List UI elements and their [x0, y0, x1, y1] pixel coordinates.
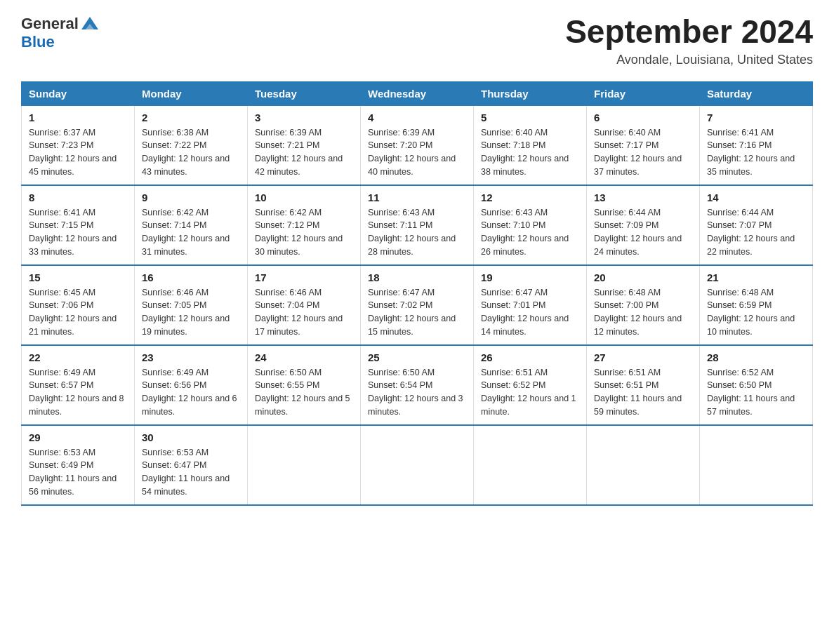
calendar-cell	[700, 425, 813, 505]
day-info: Sunrise: 6:37 AMSunset: 7:23 PMDaylight:…	[29, 126, 127, 179]
day-info: Sunrise: 6:43 AMSunset: 7:10 PMDaylight:…	[481, 206, 579, 259]
weekday-header-saturday: Saturday	[700, 81, 813, 105]
day-info: Sunrise: 6:47 AMSunset: 7:02 PMDaylight:…	[368, 286, 466, 339]
day-number: 9	[142, 192, 240, 203]
title-block: September 2024 Avondale, Louisiana, Unit…	[565, 14, 813, 67]
calendar-week-3: 15 Sunrise: 6:45 AMSunset: 7:06 PMDaylig…	[22, 265, 813, 345]
calendar-cell: 17 Sunrise: 6:46 AMSunset: 7:04 PMDaylig…	[248, 265, 361, 345]
day-number: 17	[255, 271, 353, 283]
day-number: 10	[255, 192, 353, 203]
day-number: 11	[368, 192, 466, 203]
day-info: Sunrise: 6:45 AMSunset: 7:06 PMDaylight:…	[29, 286, 127, 339]
calendar-cell: 11 Sunrise: 6:43 AMSunset: 7:11 PMDaylig…	[361, 185, 474, 265]
day-number: 13	[594, 192, 692, 203]
calendar-cell	[361, 425, 474, 505]
day-number: 30	[142, 431, 240, 443]
day-number: 6	[594, 112, 692, 123]
day-info: Sunrise: 6:50 AMSunset: 6:55 PMDaylight:…	[255, 366, 353, 419]
day-number: 24	[255, 351, 353, 363]
calendar-cell	[587, 425, 700, 505]
weekday-header-wednesday: Wednesday	[361, 81, 474, 105]
calendar-cell: 9 Sunrise: 6:42 AMSunset: 7:14 PMDayligh…	[135, 185, 248, 265]
day-number: 19	[481, 271, 579, 283]
calendar-title: September 2024	[565, 14, 813, 50]
day-number: 16	[142, 271, 240, 283]
calendar-cell: 3 Sunrise: 6:39 AMSunset: 7:21 PMDayligh…	[248, 105, 361, 185]
day-number: 15	[29, 271, 127, 283]
calendar-cell: 28 Sunrise: 6:52 AMSunset: 6:50 PMDaylig…	[700, 345, 813, 425]
day-number: 25	[368, 351, 466, 363]
calendar-cell: 20 Sunrise: 6:48 AMSunset: 7:00 PMDaylig…	[587, 265, 700, 345]
day-info: Sunrise: 6:42 AMSunset: 7:14 PMDaylight:…	[142, 206, 240, 259]
calendar-subtitle: Avondale, Louisiana, United States	[565, 53, 813, 67]
day-info: Sunrise: 6:39 AMSunset: 7:21 PMDaylight:…	[255, 126, 353, 179]
calendar-table: SundayMondayTuesdayWednesdayThursdayFrid…	[21, 81, 813, 506]
day-info: Sunrise: 6:46 AMSunset: 7:05 PMDaylight:…	[142, 286, 240, 339]
calendar-cell: 15 Sunrise: 6:45 AMSunset: 7:06 PMDaylig…	[22, 265, 135, 345]
day-info: Sunrise: 6:41 AMSunset: 7:15 PMDaylight:…	[29, 206, 127, 259]
day-info: Sunrise: 6:51 AMSunset: 6:51 PMDaylight:…	[594, 366, 692, 419]
day-number: 12	[481, 192, 579, 203]
day-number: 23	[142, 351, 240, 363]
logo-general-text: General	[21, 15, 79, 32]
calendar-week-1: 1 Sunrise: 6:37 AMSunset: 7:23 PMDayligh…	[22, 105, 813, 185]
weekday-header-sunday: Sunday	[22, 81, 135, 105]
logo-icon	[80, 14, 100, 34]
calendar-cell: 29 Sunrise: 6:53 AMSunset: 6:49 PMDaylig…	[22, 425, 135, 505]
day-info: Sunrise: 6:53 AMSunset: 6:47 PMDaylight:…	[142, 446, 240, 499]
calendar-cell: 23 Sunrise: 6:49 AMSunset: 6:56 PMDaylig…	[135, 345, 248, 425]
day-number: 2	[142, 112, 240, 123]
day-info: Sunrise: 6:40 AMSunset: 7:17 PMDaylight:…	[594, 126, 692, 179]
day-number: 28	[707, 351, 805, 363]
day-info: Sunrise: 6:48 AMSunset: 7:00 PMDaylight:…	[594, 286, 692, 339]
calendar-cell: 30 Sunrise: 6:53 AMSunset: 6:47 PMDaylig…	[135, 425, 248, 505]
calendar-cell: 7 Sunrise: 6:41 AMSunset: 7:16 PMDayligh…	[700, 105, 813, 185]
weekday-header-tuesday: Tuesday	[248, 81, 361, 105]
day-number: 29	[29, 431, 127, 443]
day-info: Sunrise: 6:41 AMSunset: 7:16 PMDaylight:…	[707, 126, 805, 179]
day-info: Sunrise: 6:38 AMSunset: 7:22 PMDaylight:…	[142, 126, 240, 179]
day-number: 27	[594, 351, 692, 363]
day-number: 4	[368, 112, 466, 123]
calendar-cell: 4 Sunrise: 6:39 AMSunset: 7:20 PMDayligh…	[361, 105, 474, 185]
day-info: Sunrise: 6:43 AMSunset: 7:11 PMDaylight:…	[368, 206, 466, 259]
day-info: Sunrise: 6:44 AMSunset: 7:09 PMDaylight:…	[594, 206, 692, 259]
day-info: Sunrise: 6:51 AMSunset: 6:52 PMDaylight:…	[481, 366, 579, 419]
day-number: 8	[29, 192, 127, 203]
calendar-cell: 6 Sunrise: 6:40 AMSunset: 7:17 PMDayligh…	[587, 105, 700, 185]
weekday-header-thursday: Thursday	[474, 81, 587, 105]
calendar-week-4: 22 Sunrise: 6:49 AMSunset: 6:57 PMDaylig…	[22, 345, 813, 425]
calendar-cell: 25 Sunrise: 6:50 AMSunset: 6:54 PMDaylig…	[361, 345, 474, 425]
calendar-cell	[474, 425, 587, 505]
calendar-cell: 5 Sunrise: 6:40 AMSunset: 7:18 PMDayligh…	[474, 105, 587, 185]
calendar-cell: 1 Sunrise: 6:37 AMSunset: 7:23 PMDayligh…	[22, 105, 135, 185]
day-number: 21	[707, 271, 805, 283]
day-info: Sunrise: 6:49 AMSunset: 6:56 PMDaylight:…	[142, 366, 240, 419]
day-number: 26	[481, 351, 579, 363]
day-number: 5	[481, 112, 579, 123]
calendar-cell	[248, 425, 361, 505]
day-info: Sunrise: 6:52 AMSunset: 6:50 PMDaylight:…	[707, 366, 805, 419]
day-number: 20	[594, 271, 692, 283]
logo: General Blue	[21, 14, 100, 51]
calendar-cell: 12 Sunrise: 6:43 AMSunset: 7:10 PMDaylig…	[474, 185, 587, 265]
day-number: 18	[368, 271, 466, 283]
day-number: 7	[707, 112, 805, 123]
page-header: General Blue September 2024 Avondale, Lo…	[21, 14, 813, 67]
day-info: Sunrise: 6:48 AMSunset: 6:59 PMDaylight:…	[707, 286, 805, 339]
calendar-week-5: 29 Sunrise: 6:53 AMSunset: 6:49 PMDaylig…	[22, 425, 813, 505]
weekday-header-monday: Monday	[135, 81, 248, 105]
day-info: Sunrise: 6:44 AMSunset: 7:07 PMDaylight:…	[707, 206, 805, 259]
calendar-cell: 19 Sunrise: 6:47 AMSunset: 7:01 PMDaylig…	[474, 265, 587, 345]
logo-blue-text: Blue	[21, 33, 55, 51]
calendar-week-2: 8 Sunrise: 6:41 AMSunset: 7:15 PMDayligh…	[22, 185, 813, 265]
day-info: Sunrise: 6:40 AMSunset: 7:18 PMDaylight:…	[481, 126, 579, 179]
day-info: Sunrise: 6:46 AMSunset: 7:04 PMDaylight:…	[255, 286, 353, 339]
calendar-cell: 8 Sunrise: 6:41 AMSunset: 7:15 PMDayligh…	[22, 185, 135, 265]
calendar-cell: 22 Sunrise: 6:49 AMSunset: 6:57 PMDaylig…	[22, 345, 135, 425]
calendar-cell: 10 Sunrise: 6:42 AMSunset: 7:12 PMDaylig…	[248, 185, 361, 265]
calendar-cell: 21 Sunrise: 6:48 AMSunset: 6:59 PMDaylig…	[700, 265, 813, 345]
day-number: 14	[707, 192, 805, 203]
day-info: Sunrise: 6:53 AMSunset: 6:49 PMDaylight:…	[29, 446, 127, 499]
day-number: 22	[29, 351, 127, 363]
